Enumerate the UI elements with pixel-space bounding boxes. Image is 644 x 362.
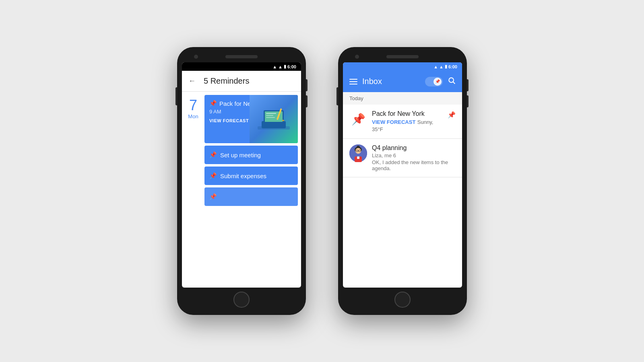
phone-inbox: ▲ ▲ ▮ 6:00 Inbox 📌 bbox=[338, 47, 467, 315]
view-forecast-link[interactable]: VIEW FORECAST bbox=[209, 118, 249, 123]
status-icons-1: ▲ ▲ ▮ 6:00 bbox=[272, 64, 296, 69]
date-number: 7 bbox=[189, 98, 197, 113]
reminder-pin-icon: 📌 bbox=[209, 100, 217, 107]
q4-avatar bbox=[349, 144, 367, 162]
svg-rect-19 bbox=[357, 156, 359, 159]
home-button-2[interactable] bbox=[394, 292, 411, 308]
inbox-item-1-content: Pack for New York VIEW FORECAST Sunny, 3… bbox=[372, 110, 443, 133]
task-card-partial[interactable]: 📌 bbox=[204, 187, 298, 206]
svg-point-9 bbox=[449, 78, 454, 82]
inbox-item-pack-ny[interactable]: 📌 Pack for New York VIEW FORECAST Sunny,… bbox=[343, 105, 462, 139]
task-card-expenses[interactable]: 📌 Submit expenses bbox=[204, 167, 298, 185]
volume-up-button-2[interactable] bbox=[467, 79, 469, 91]
battery-icon-2: ▮ bbox=[445, 64, 447, 69]
inbox-item-1-weather-row: VIEW FORECAST Sunny, 35°F bbox=[372, 118, 443, 133]
back-button[interactable]: ← bbox=[188, 77, 196, 85]
tasks-column: 📌 Pack for New York 9 AM VIEW FORECAST S… bbox=[204, 92, 301, 209]
phone-top-bar bbox=[182, 52, 301, 62]
inbox-item-2-preview: OK, I added the new items to the agenda. bbox=[372, 159, 456, 171]
phone1-bottom-bar bbox=[182, 288, 301, 310]
phone1-screen: ▲ ▲ ▮ 6:00 ← 5 Reminders 7 Mon bbox=[182, 62, 301, 288]
volume-down-button[interactable] bbox=[306, 95, 308, 107]
date-day: Mon bbox=[188, 113, 198, 119]
task-card-pack-new-york[interactable]: 📌 Pack for New York 9 AM VIEW FORECAST S… bbox=[204, 95, 298, 143]
section-today: Today bbox=[343, 92, 462, 105]
date-column: 7 Mon bbox=[182, 92, 204, 209]
status-bar-2: ▲ ▲ ▮ 6:00 bbox=[343, 62, 462, 71]
search-icon bbox=[448, 76, 456, 84]
search-button[interactable] bbox=[448, 76, 456, 86]
battery-icon: ▮ bbox=[284, 64, 286, 69]
signal-icon-2: ▲ bbox=[439, 64, 444, 69]
task-expenses-title: Submit expenses bbox=[220, 173, 266, 179]
wifi-icon: ▲ bbox=[272, 64, 277, 69]
front-camera-2 bbox=[355, 55, 359, 59]
view-forecast-label[interactable]: VIEW FORECAST bbox=[372, 119, 415, 125]
reminder-avatar: 📌 bbox=[349, 110, 367, 128]
reminder-pin-icon-4: 📌 bbox=[209, 193, 217, 200]
phone2-screen: ▲ ▲ ▮ 6:00 Inbox 📌 bbox=[343, 62, 462, 288]
speaker-2 bbox=[386, 55, 419, 58]
pin-badge-1: 📌 bbox=[448, 111, 456, 119]
power-button[interactable] bbox=[175, 87, 177, 105]
time-display-2: 6:00 bbox=[448, 64, 457, 69]
reminder-pin-icon-2: 📌 bbox=[209, 151, 217, 158]
front-camera bbox=[194, 55, 198, 59]
svg-rect-5 bbox=[266, 115, 273, 116]
hamburger-menu-button[interactable] bbox=[349, 79, 357, 84]
svg-rect-6 bbox=[266, 117, 275, 118]
reminders-content: 7 Mon 📌 Pack for New York 9 AM VIEW FORE… bbox=[182, 92, 301, 209]
inbox-item-1-title: Pack for New York bbox=[372, 110, 443, 117]
reminder-pin-icon-3: 📌 bbox=[209, 172, 217, 179]
pin-toggle-button[interactable]: 📌 bbox=[425, 77, 443, 86]
hamburger-line-2 bbox=[349, 81, 357, 82]
task-meeting-title: Set up meeting bbox=[220, 152, 261, 158]
hamburger-line-3 bbox=[349, 84, 357, 84]
pin-icon-toggle: 📌 bbox=[435, 79, 440, 84]
reminders-title: 5 Reminders bbox=[204, 76, 249, 86]
signal-icon: ▲ bbox=[278, 64, 283, 69]
home-button-1[interactable] bbox=[233, 292, 250, 308]
inbox-item-2-sender: Liza, me 6 bbox=[372, 152, 456, 158]
wifi-icon-2: ▲ bbox=[433, 64, 438, 69]
task-card-image bbox=[250, 95, 298, 143]
task-card-meeting[interactable]: 📌 Set up meeting bbox=[204, 146, 298, 164]
time-display-1: 6:00 bbox=[287, 64, 296, 69]
phone-top-bar-2 bbox=[343, 52, 462, 62]
volume-up-button[interactable] bbox=[306, 79, 308, 91]
speaker bbox=[225, 55, 258, 58]
status-bar-1: ▲ ▲ ▮ 6:00 bbox=[182, 62, 301, 71]
svg-rect-4 bbox=[266, 113, 276, 114]
power-button-2[interactable] bbox=[336, 87, 338, 105]
laptop-illustration bbox=[256, 104, 292, 134]
svg-line-10 bbox=[453, 82, 455, 84]
hamburger-line-1 bbox=[349, 79, 357, 80]
pin-toggle-thumb: 📌 bbox=[433, 78, 442, 86]
inbox-item-2-title: Q4 planning bbox=[372, 144, 456, 152]
phone-reminders: ▲ ▲ ▮ 6:00 ← 5 Reminders 7 Mon bbox=[177, 47, 306, 315]
status-icons-2: ▲ ▲ ▮ 6:00 bbox=[433, 64, 457, 69]
inbox-header: Inbox 📌 bbox=[343, 71, 462, 92]
inbox-title: Inbox bbox=[362, 77, 420, 86]
inbox-item-q4-planning[interactable]: Q4 planning Liza, me 6 OK, I added the n… bbox=[343, 139, 462, 177]
person-avatar-svg bbox=[349, 144, 367, 162]
inbox-item-2-content: Q4 planning Liza, me 6 OK, I added the n… bbox=[372, 144, 456, 171]
reminders-app-header: ← 5 Reminders bbox=[182, 71, 301, 92]
phone2-bottom-bar bbox=[343, 288, 462, 310]
volume-down-button-2[interactable] bbox=[467, 95, 469, 107]
